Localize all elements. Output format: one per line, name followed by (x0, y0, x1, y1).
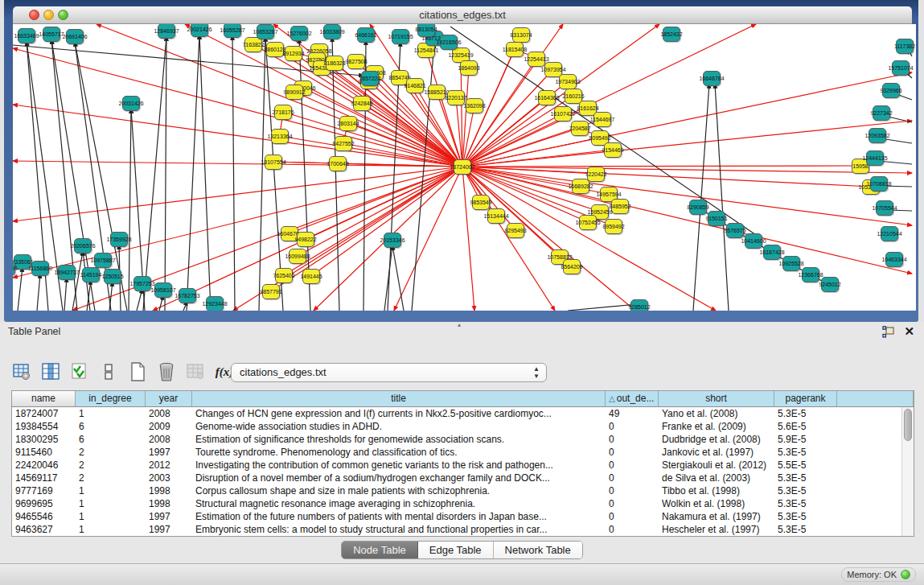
graph-node[interactable]: 8564209 (563, 259, 581, 274)
graph-node[interactable]: 8860128 (266, 42, 284, 57)
graph-node[interactable]: 6466161 (357, 27, 375, 43)
graph-node[interactable]: 9245012 (821, 277, 839, 292)
graph-node[interactable]: 9242848 (353, 96, 371, 111)
graph-node[interactable]: 18107554 (265, 154, 282, 170)
graph-node[interactable]: 20021426 (191, 24, 208, 37)
graph-node[interactable]: 10975887 (94, 253, 112, 268)
graph-node[interactable]: 1864093 (460, 60, 478, 76)
graph-node[interactable]: 12210544 (881, 226, 898, 241)
tab-network-table[interactable]: Network Table (494, 542, 582, 558)
column-header-name[interactable]: name (12, 391, 76, 406)
graph-node[interactable]: 12846937 (158, 24, 175, 39)
graph-node[interactable]: 16033809 (323, 24, 341, 39)
graph-node[interactable]: 20031426 (122, 96, 140, 111)
graph-node[interactable]: 15885210 (428, 84, 446, 100)
graph-node[interactable]: 20153346 (384, 233, 401, 248)
graph-node[interactable]: 13213364 (271, 129, 289, 144)
graph-node[interactable]: 20691406 (66, 29, 84, 44)
table-row[interactable]: 946362711997Embryonic stem cells: a mode… (12, 523, 901, 536)
scrollbar-thumb[interactable] (904, 409, 912, 441)
graph-node[interactable]: 9853549 (472, 195, 490, 210)
graph-node[interactable]: 10653287 (257, 24, 274, 39)
graph-node[interactable]: 16633469 (18, 28, 35, 43)
graph-node[interactable]: 11815408 (506, 42, 524, 57)
graph-node[interactable]: 8485952 (611, 199, 629, 214)
graph-node[interactable]: 9857791 (262, 284, 280, 299)
graph-node[interactable]: 1362098 (466, 98, 483, 113)
graph-node[interactable]: 1852432 (663, 27, 680, 42)
window-titlebar[interactable]: citations_edges.txt (13, 6, 912, 24)
graph-node[interactable]: 12444135 (866, 150, 884, 166)
graph-node[interactable]: 10925528 (782, 256, 800, 271)
graph-node[interactable]: 16187428 (763, 245, 781, 260)
graph-node[interactable]: 16055287 (224, 24, 241, 38)
graph-node[interactable]: 8912934 (285, 46, 302, 61)
network-canvas[interactable]: 1872400771638228860128891293423226058982… (13, 24, 916, 311)
graph-node[interactable]: 9227342 (873, 105, 890, 121)
graph-node[interactable]: 9498222 (297, 232, 314, 247)
table-row[interactable]: 977716911998Corpus callosum shape and si… (12, 484, 901, 497)
column-header-indegree[interactable]: in_degree (76, 391, 146, 406)
graph-node[interactable]: 16164368 (538, 90, 556, 105)
graph-node[interactable]: 16782753 (179, 288, 196, 303)
graph-node[interactable]: 10414600 (745, 233, 762, 249)
graph-node[interactable]: 8813054 (417, 24, 435, 37)
vertical-scrollbar[interactable] (901, 407, 914, 536)
graph-node[interactable]: 2803144 (339, 116, 357, 131)
graph-node[interactable]: 19734903 (559, 74, 577, 89)
graph-node[interactable]: 12366768 (802, 267, 819, 282)
graph-node[interactable]: 19218506 (440, 35, 458, 50)
table-row[interactable]: 911546021997Tourette syndrome. Phenomeno… (12, 446, 901, 459)
table-row[interactable]: 1872400712008Changes of HCN gene express… (12, 407, 901, 420)
graph-node[interactable]: 9890912 (285, 84, 303, 100)
graph-node[interactable]: 9154469 (604, 142, 622, 158)
graph-node[interactable]: 2718176 (274, 105, 292, 120)
table-row[interactable]: 2242004622012Investigating the contribut… (12, 459, 901, 472)
graph-node[interactable]: 10958107 (154, 282, 172, 298)
graph-node[interactable]: 7220422 (587, 167, 605, 182)
tab-node-table[interactable]: Node Table (342, 542, 418, 558)
table-selector-dropdown[interactable]: citations_edges.txt ▲ ▼ (231, 363, 547, 382)
graph-node[interactable]: 7204587 (571, 121, 589, 136)
graph-node[interactable]: 1117382 (896, 39, 914, 54)
column-header-short[interactable]: short (659, 391, 774, 406)
graph-node[interactable]: 10463344 (885, 252, 903, 267)
graph-node[interactable]: 15134444 (487, 208, 505, 224)
graph-node[interactable]: 16099488 (289, 249, 306, 264)
float-panel-icon[interactable] (882, 326, 895, 338)
table-row[interactable]: 969969511998Structural magnetic resonanc… (12, 497, 901, 510)
graph-node[interactable]: 13942737 (58, 265, 76, 280)
column-header-year[interactable]: year (146, 391, 192, 406)
graph-node[interactable]: 11156860 (31, 261, 49, 276)
table-row[interactable]: 946554611997Estimation of the future num… (12, 510, 901, 523)
graph-node[interactable]: 7625402 (275, 268, 293, 283)
graph-node[interactable]: 8959492 (605, 219, 622, 234)
tab-edge-table[interactable]: Edge Table (418, 542, 494, 558)
table-row[interactable]: 1456911722003Disruption of a novel membe… (12, 472, 901, 484)
graph-node[interactable]: 1700648 (329, 156, 347, 171)
column-header-outde[interactable]: △out_de... (606, 391, 659, 406)
graph-node[interactable]: 8427552 (335, 136, 352, 151)
graph-node[interactable]: 12254413 (528, 51, 545, 67)
graph-node[interactable]: 10719155 (392, 29, 409, 44)
graph-node[interactable]: 9285012 (630, 299, 648, 311)
graph-node[interactable]: 18724007 (454, 159, 471, 175)
graph-node[interactable]: 17359928 (110, 232, 128, 247)
graph-node[interactable]: 1145194 (82, 267, 100, 282)
graph-node[interactable]: 16107427 (554, 106, 572, 122)
graph-node[interactable]: 8220137 (447, 90, 465, 105)
graph-node[interactable]: 10752455 (579, 215, 597, 230)
table-row[interactable]: 1938455462009Genome-wide association stu… (12, 420, 901, 433)
graph-node[interactable]: 20206576 (74, 238, 92, 253)
graph-node[interactable]: 9827508 (347, 54, 365, 69)
graph-node[interactable]: 12093582 (869, 128, 886, 143)
graph-node[interactable]: 8290859 (689, 200, 707, 215)
graph-node[interactable]: 15276002 (290, 26, 308, 41)
table-column-icon[interactable] (40, 361, 61, 382)
graph-node[interactable]: 1491445 (302, 269, 320, 284)
delete-trash-icon[interactable] (156, 361, 177, 382)
graph-node[interactable]: 9329966 (882, 83, 900, 98)
graph-node[interactable]: 17957253 (133, 276, 151, 291)
column-header-pagerank[interactable]: pagerank (774, 391, 837, 406)
graph-node[interactable]: 8313074 (512, 27, 530, 43)
